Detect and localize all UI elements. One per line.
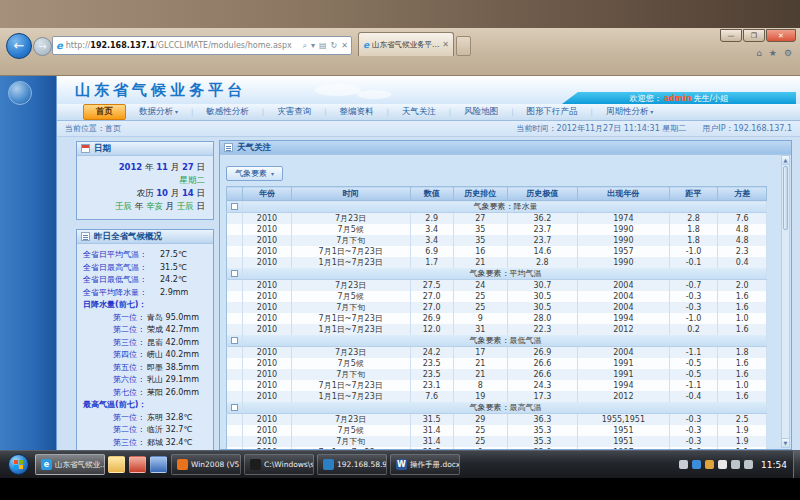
search-icon[interactable]: ⌕ [303, 41, 307, 51]
table-row[interactable]: 20107月5候3.43523.719901.84.8 [227, 224, 767, 235]
table-row[interactable]: 20101月1日~7月23日1.7212.81990-0.10.4 [227, 257, 767, 268]
table-cell: 2.8 [669, 213, 718, 225]
table-cell: 1991 [577, 369, 669, 380]
app-launcher-icon[interactable] [150, 456, 167, 473]
ime-icon[interactable] [692, 460, 701, 469]
nav-item-8[interactable]: 图形下行产品 [527, 106, 593, 118]
column-header-4[interactable]: 历史排位 [453, 187, 507, 201]
current-location: 当前位置：首页 [65, 123, 121, 134]
taskbar-window-2[interactable]: Win2008 (V52... [171, 454, 241, 475]
volume-icon[interactable] [744, 460, 753, 469]
nav-item-3[interactable]: 敏感性分析 [206, 106, 264, 118]
forward-button[interactable]: → [33, 37, 52, 56]
taskbar-window-1[interactable]: e山东省气候业... [35, 454, 105, 475]
table-row[interactable]: 20107月下旬31.42535.31951-0.31.9 [227, 436, 767, 447]
rank-value: 临沂 32.7℃ [147, 424, 192, 437]
report-icon [81, 232, 90, 241]
table-row[interactable]: 20101月1日~7月23日12.03122.320120.21.6 [227, 324, 767, 335]
column-header-8[interactable]: 方差 [718, 187, 767, 201]
section-checkbox[interactable] [231, 404, 238, 411]
element-filter-button[interactable]: 气象要素 ▾ [226, 166, 283, 181]
column-header-1[interactable]: 年份 [243, 187, 292, 201]
table-row[interactable]: 20107月1日~7月23日26.9928.01994-1.01.0 [227, 313, 767, 324]
refresh-icon[interactable]: ↻ [331, 41, 338, 50]
table-row[interactable]: 20107月下旬3.43523.719901.84.8 [227, 235, 767, 246]
nav-item-6[interactable]: 天气关注 [402, 106, 451, 118]
table-row[interactable]: 20107月1日~7月23日23.1824.31994-1.11.0 [227, 380, 767, 391]
table-row[interactable]: 20107月下旬23.52126.61991-0.51.6 [227, 369, 767, 380]
scrollbar-thumb[interactable] [783, 166, 788, 230]
browser-tab[interactable]: e 山东省气候业务平... ✕ [358, 32, 454, 56]
tab-close-icon[interactable]: ✕ [442, 40, 449, 49]
taskbar-window-5[interactable]: W操作手册.docx ... [390, 454, 460, 475]
column-header-2[interactable]: 时间 [291, 187, 410, 201]
table-row[interactable]: 20107月1日~7月23日6.91614.61957-1.02.3 [227, 246, 767, 257]
table-cell: 26.9 [507, 347, 577, 359]
taskbar-window-3[interactable]: C:\Windows\s... [244, 454, 314, 475]
media-player-icon[interactable] [129, 456, 146, 473]
network-icon[interactable] [731, 460, 740, 469]
nav-item-7[interactable]: 风险地图 [464, 106, 513, 118]
table-row[interactable]: 20107月5候27.02530.52004-0.31.6 [227, 291, 767, 302]
table-cell: 7.6 [718, 213, 767, 225]
autocomplete-arrow-icon[interactable]: ▾ [311, 41, 315, 50]
column-header-6[interactable]: 出现年份 [577, 187, 669, 201]
home-icon[interactable]: ⌂ [756, 48, 762, 58]
scroll-down-icon[interactable]: ▼ [782, 438, 789, 447]
column-header-3[interactable]: 数值 [410, 187, 453, 201]
table-row[interactable]: 20107月5候23.52126.61991-0.51.6 [227, 358, 767, 369]
table-cell: 1951 [577, 436, 669, 447]
section-checkbox[interactable] [231, 337, 238, 344]
minimize-button[interactable]: — [720, 29, 742, 42]
nav-item-2[interactable]: 数据分析 ▾ [139, 106, 193, 118]
table-row[interactable]: 20107月下旬27.02530.52004-0.31.6 [227, 302, 767, 313]
folder-icon[interactable] [108, 456, 125, 473]
settings-gear-icon[interactable]: ⚙ [784, 48, 792, 58]
section-checkbox-cell [227, 402, 243, 414]
nav-item-4[interactable]: 灾害查询 [277, 106, 326, 118]
table-cell: 7月下旬 [291, 369, 410, 380]
scroll-up-icon[interactable]: ▲ [782, 156, 789, 165]
table-cell: -0.3 [669, 291, 718, 302]
action-center-flag-icon[interactable] [718, 460, 727, 469]
table-cell: 27.0 [410, 302, 453, 313]
table-row[interactable]: 20107月23日31.52936.31955,1951-0.32.5 [227, 414, 767, 426]
antivirus-icon[interactable] [705, 460, 714, 469]
rank-item: 第二位：临沂 32.7℃ [83, 424, 209, 437]
compatibility-view-icon[interactable]: ▤ [319, 41, 327, 50]
taskbar-window-4[interactable]: 192.168.58.99... [317, 454, 387, 475]
start-button[interactable] [8, 454, 29, 475]
table-row[interactable]: 20107月23日2.92736.219742.87.6 [227, 213, 767, 225]
favorites-star-icon[interactable]: ★ [769, 48, 777, 58]
column-header-7[interactable]: 距平 [669, 187, 718, 201]
section-checkbox[interactable] [231, 203, 238, 210]
table-cell: 1990 [577, 257, 669, 268]
table-cell: 1.6 [718, 324, 767, 335]
show-desktop-button[interactable] [793, 451, 800, 479]
stat-label: 全省平均降水量： [83, 287, 160, 300]
vertical-scrollbar[interactable]: ▲ ▼ [781, 155, 790, 448]
address-bar[interactable]: e http://192.168.137.1/GLCCLIMATE/module… [52, 36, 352, 55]
table-row[interactable]: 20101月1日~7月23日7.61917.32012-0.41.6 [227, 391, 767, 402]
back-button[interactable]: ← [6, 33, 32, 59]
chevron-down-icon: ▾ [271, 170, 274, 177]
section-header-row: 气象要素：降水量 [227, 201, 767, 213]
tab-title: 山东省气候业务平... [372, 40, 439, 50]
maximize-button[interactable]: ❐ [743, 29, 765, 42]
table-cell: 23.5 [410, 358, 453, 369]
stop-icon[interactable]: ✕ [341, 41, 348, 50]
table-cell: 27 [453, 213, 507, 225]
table-row[interactable]: 20107月5候31.42535.31951-0.31.9 [227, 425, 767, 436]
nav-item-5[interactable]: 整编资料 [340, 106, 389, 118]
nav-item-9[interactable]: 周期性分析 ▾ [606, 106, 666, 118]
close-button[interactable]: ✕ [766, 29, 796, 42]
table-row[interactable]: 20107月23日24.21726.92004-1.11.8 [227, 347, 767, 359]
section-checkbox[interactable] [231, 270, 238, 277]
table-cell: 28.0 [507, 313, 577, 324]
nav-item-1[interactable]: 首页 [83, 104, 126, 120]
table-cell: 2010 [243, 347, 292, 359]
new-tab-button[interactable] [456, 36, 471, 56]
table-row[interactable]: 20107月23日27.52430.72004-0.72.0 [227, 280, 767, 292]
column-header-5[interactable]: 历史极值 [507, 187, 577, 201]
chevron-up-icon[interactable] [679, 460, 688, 469]
